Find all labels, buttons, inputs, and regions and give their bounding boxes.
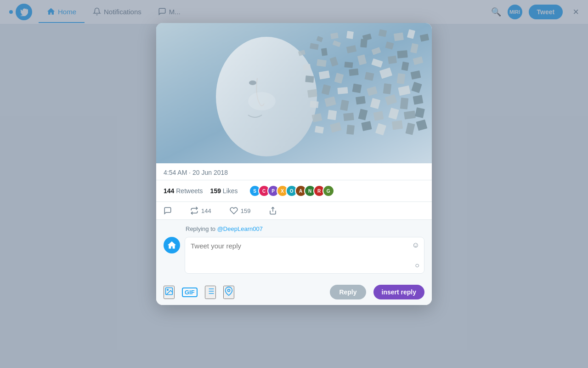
comment-action[interactable] bbox=[164, 207, 172, 215]
share-action[interactable] bbox=[269, 207, 277, 215]
stats-row: 144 Retweets 159 Likes S C P X O A N R G bbox=[156, 180, 432, 202]
location-button[interactable] bbox=[223, 286, 234, 299]
svg-rect-63 bbox=[346, 31, 354, 39]
likes-label: Likes bbox=[223, 187, 238, 195]
svg-rect-40 bbox=[356, 96, 366, 105]
svg-rect-34 bbox=[383, 83, 392, 94]
svg-rect-51 bbox=[404, 110, 416, 119]
replying-to-label: Replying to @DeepLearn007 bbox=[164, 225, 424, 232]
poll-button[interactable] bbox=[205, 286, 216, 299]
gif-label: GIF bbox=[185, 289, 195, 296]
image-upload-button[interactable] bbox=[164, 286, 175, 299]
replying-to-text: Replying to bbox=[186, 225, 215, 232]
svg-rect-31 bbox=[337, 87, 348, 94]
svg-rect-37 bbox=[310, 101, 318, 108]
svg-rect-58 bbox=[392, 121, 403, 130]
svg-rect-15 bbox=[344, 62, 353, 68]
likes-count: 159 bbox=[210, 187, 221, 195]
reply-input-row: ☺ ○ bbox=[164, 237, 424, 274]
svg-rect-44 bbox=[413, 95, 424, 104]
svg-rect-10 bbox=[397, 50, 407, 58]
tweet-actions: 144 159 bbox=[156, 202, 432, 220]
svg-point-70 bbox=[248, 92, 276, 110]
emoji-icon[interactable]: ☺ bbox=[412, 241, 419, 249]
reply-button[interactable]: Reply bbox=[330, 285, 366, 299]
svg-rect-55 bbox=[346, 125, 355, 135]
reply-textarea[interactable] bbox=[191, 242, 418, 265]
svg-rect-43 bbox=[400, 98, 408, 109]
svg-rect-29 bbox=[307, 89, 317, 98]
svg-rect-21 bbox=[305, 75, 314, 83]
timestamp-text: 4:54 AM · 20 Jun 2018 bbox=[164, 169, 228, 176]
svg-rect-46 bbox=[328, 110, 337, 120]
tweet-modal: 4:54 AM · 20 Jun 2018 144 Retweets 159 L… bbox=[156, 23, 432, 305]
svg-rect-4 bbox=[321, 48, 328, 56]
retweet-count-action: 144 bbox=[201, 207, 211, 214]
like-count-action: 159 bbox=[241, 207, 251, 214]
gif-button[interactable]: GIF bbox=[182, 288, 198, 297]
svg-rect-27 bbox=[397, 73, 406, 84]
retweets-label: Retweets bbox=[176, 187, 203, 195]
circle-progress-icon: ○ bbox=[415, 261, 419, 270]
svg-point-80 bbox=[227, 289, 230, 291]
svg-rect-18 bbox=[388, 56, 397, 64]
likers-avatars: S C P X O A N R G bbox=[249, 185, 334, 197]
svg-point-69 bbox=[249, 80, 256, 85]
likes-stat[interactable]: 159 Likes bbox=[210, 187, 238, 195]
svg-rect-32 bbox=[352, 84, 362, 93]
svg-rect-13 bbox=[317, 59, 327, 67]
tweet-timestamp: 4:54 AM · 20 Jun 2018 bbox=[156, 163, 432, 180]
reply-toolbar: GIF Reply insert reply bbox=[156, 279, 432, 305]
reply-section: Replying to @DeepLearn007 ☺ ○ bbox=[156, 220, 432, 279]
modal-overlay: 4:54 AM · 20 Jun 2018 144 Retweets 159 L… bbox=[0, 0, 588, 368]
insert-reply-button[interactable]: insert reply bbox=[373, 285, 424, 299]
reply-user-avatar bbox=[164, 237, 180, 253]
tweet-image bbox=[156, 23, 432, 163]
liker-avatar-9: G bbox=[322, 185, 334, 197]
svg-rect-49 bbox=[373, 111, 384, 121]
replying-to-user[interactable]: @DeepLearn007 bbox=[217, 225, 263, 232]
retweets-count: 144 bbox=[164, 187, 174, 195]
retweet-action[interactable]: 144 bbox=[190, 207, 211, 215]
svg-rect-47 bbox=[343, 113, 354, 121]
retweets-stat[interactable]: 144 Retweets bbox=[164, 187, 203, 195]
svg-rect-66 bbox=[394, 33, 404, 41]
like-action[interactable]: 159 bbox=[230, 207, 251, 215]
svg-rect-24 bbox=[349, 69, 358, 76]
svg-point-73 bbox=[167, 289, 169, 290]
reply-input-wrapper: ☺ ○ bbox=[185, 237, 424, 274]
